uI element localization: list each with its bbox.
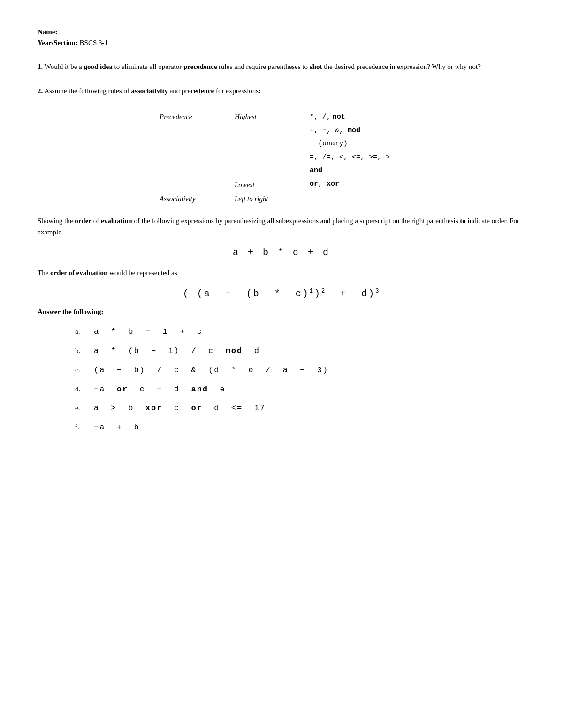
- assoc-value: Left to right: [235, 192, 310, 206]
- eval-text: The order of evaluation would be represe…: [38, 267, 525, 278]
- example-expression: a + b * c + d: [38, 247, 525, 258]
- col-precedence-label: Precedence: [160, 110, 235, 124]
- answer-list: a. a * b − 1 + c b. a * (b − 1) / c mod …: [75, 323, 525, 437]
- col-ops-2: +, −, &, mod: [310, 124, 403, 138]
- op-line-3: − (unary): [310, 137, 403, 151]
- lowest-label: Lowest: [235, 178, 310, 192]
- question-2: 2. Assume the following rules of associa…: [38, 85, 525, 97]
- item-label-e: e.: [75, 399, 94, 416]
- eval-expression: ( (a + (b * c)1)2 + d)3: [38, 288, 525, 299]
- table-row-5: and: [160, 164, 403, 178]
- list-item: f. −a + b: [75, 418, 525, 437]
- op-line-2: +, −, &, mod: [310, 124, 403, 138]
- item-expr-b: a * (b − 1) / c mod d: [94, 342, 260, 361]
- year-section-line: Year/Section: BSCS 3-1: [38, 39, 525, 47]
- year-section-label: Year/Section:: [38, 39, 78, 46]
- table-header-row: Precedence Highest *, /, not: [160, 110, 403, 124]
- showing-text: Showing the order of evaluation of the f…: [38, 215, 525, 238]
- list-item: e. a > b xor c or d <= 17: [75, 399, 525, 418]
- col-ops-4: =, /=, <, <=, >=, >: [310, 151, 403, 165]
- op-line-4: =, /=, <, <=, >=, >: [310, 151, 403, 165]
- table-row-3: − (unary): [160, 137, 403, 151]
- item-expr-e: a > b xor c or d <= 17: [94, 399, 266, 418]
- precedence-table: Precedence Highest *, /, not +, −, &, mo…: [160, 110, 403, 206]
- q1-number: 1.: [38, 63, 43, 70]
- col-ops-lowest: or, xor: [310, 178, 403, 191]
- item-label-a: a.: [75, 323, 94, 340]
- op-line-lowest: or, xor: [310, 178, 403, 191]
- col-ops-5: and: [310, 164, 403, 178]
- item-expr-a: a * b − 1 + c: [94, 323, 203, 342]
- item-expr-f: −a + b: [94, 418, 140, 437]
- col-ops-1: *, /, not: [310, 110, 403, 124]
- item-label-b: b.: [75, 342, 94, 359]
- list-item: b. a * (b − 1) / c mod d: [75, 342, 525, 361]
- q2-text: Assume the following rules of associativ…: [44, 87, 261, 95]
- list-item: d. −a or c = d and e: [75, 380, 525, 399]
- name-label: Name:: [38, 28, 525, 36]
- table-row-4: =, /=, <, <=, >=, >: [160, 151, 403, 165]
- q1-text: Would it be a good idea to eliminate all…: [45, 63, 481, 70]
- col-ops-3: − (unary): [310, 137, 403, 151]
- item-label-d: d.: [75, 381, 94, 398]
- item-label-f: f.: [75, 419, 94, 435]
- item-label-c: c.: [75, 361, 94, 378]
- year-section-value: BSCS 3-1: [80, 39, 108, 46]
- item-expr-d: −a or c = d and e: [94, 380, 226, 399]
- col-highest-label: Highest: [235, 110, 310, 124]
- item-expr-c: (a − b) / c & (d * e / a − 3): [94, 361, 328, 380]
- table-row-lowest: Lowest or, xor: [160, 178, 403, 192]
- list-item: c. (a − b) / c & (d * e / a − 3): [75, 361, 525, 380]
- op-line-5: and: [310, 164, 403, 178]
- assoc-label: Associativity: [160, 192, 235, 206]
- answer-label: Answer the following:: [38, 308, 525, 316]
- table-row-assoc: Associativity Left to right: [160, 192, 403, 206]
- question-1: 1. Would it be a good idea to eliminate …: [38, 61, 525, 72]
- table-row-2: +, −, &, mod: [160, 124, 403, 138]
- q2-number: 2.: [38, 87, 43, 95]
- op-line-1: *, /, not: [310, 110, 403, 124]
- list-item: a. a * b − 1 + c: [75, 323, 525, 342]
